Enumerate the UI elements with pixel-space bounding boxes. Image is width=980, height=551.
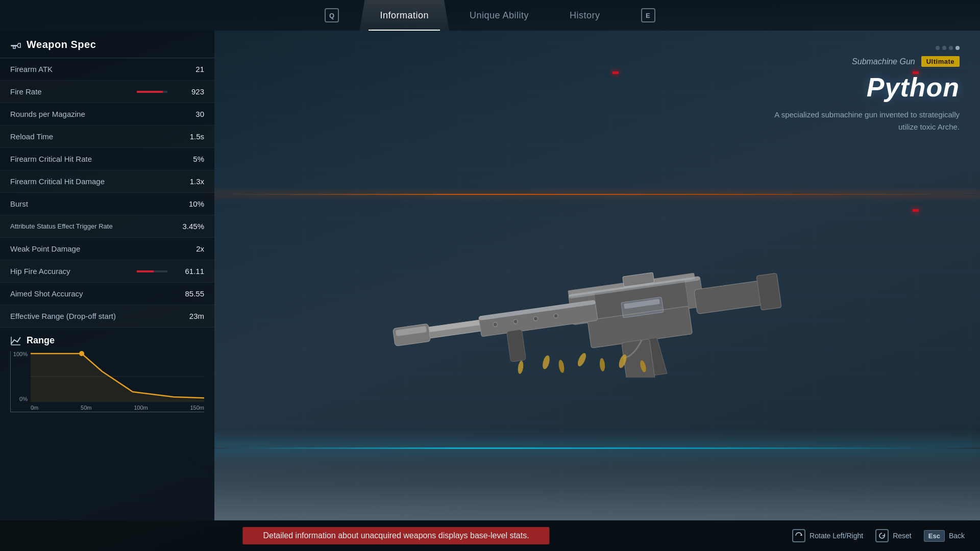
tab-unique-ability-label: Unique Ability xyxy=(470,10,529,21)
top-navigation: Q Information Unique Ability History E xyxy=(0,0,980,31)
stat-name-eff-range: Effective Range (Drop-off start) xyxy=(10,312,174,320)
hip-fire-bar-container xyxy=(137,270,167,272)
stat-row-crit-dmg: Firearm Critical Hit Damage 1.3x xyxy=(0,170,214,193)
stat-value-hip-fire: 61.11 xyxy=(174,267,204,276)
stat-name-rounds: Rounds per Magazine xyxy=(10,110,174,118)
deco-dot-3 xyxy=(949,46,953,50)
reset-control: Reset xyxy=(875,529,912,542)
rotate-label: Rotate Left/Right xyxy=(810,532,863,540)
stat-value-crit-dmg: 1.3x xyxy=(174,177,204,186)
rotate-control: Rotate Left/Right xyxy=(792,529,863,542)
range-x-labels: 0m 50m 100m 150m xyxy=(31,403,204,412)
stat-row-crit-rate: Firearm Critical Hit Rate 5% xyxy=(0,148,214,170)
stat-value-reload: 1.5s xyxy=(174,132,204,141)
range-y-label-100: 100% xyxy=(13,351,28,357)
reset-label: Reset xyxy=(893,532,912,540)
ultimate-badge: Ultimate xyxy=(921,56,960,67)
stat-row-fire-rate: Fire Rate 923 xyxy=(0,81,214,103)
svg-point-22 xyxy=(542,355,551,370)
tab-information-label: Information xyxy=(380,10,429,21)
stat-name-fire-rate: Fire Rate xyxy=(10,87,131,96)
deco-dot-active xyxy=(955,46,960,50)
stat-value-rounds: 30 xyxy=(174,110,204,118)
stat-value-crit-rate: 5% xyxy=(174,155,204,163)
hip-fire-bar xyxy=(137,270,154,272)
weapon-image xyxy=(368,184,827,388)
stat-name-weak-point: Weak Point Damage xyxy=(10,244,174,253)
range-icon xyxy=(10,335,21,346)
weapon-type-label: Submachine Gun xyxy=(852,57,915,66)
reset-icon xyxy=(875,529,889,542)
stat-value-fire-rate: 923 xyxy=(174,87,204,96)
range-y-label-0: 0% xyxy=(19,396,28,402)
range-y-labels: 100% 0% xyxy=(10,351,31,402)
stats-table: Firearm ATK 21 Fire Rate 923 Rounds per … xyxy=(0,58,214,328)
fire-rate-bar-container xyxy=(137,91,167,93)
tab-e-key: E xyxy=(621,0,676,31)
e-key-icon: E xyxy=(641,8,655,22)
svg-point-24 xyxy=(576,352,588,367)
deco-dot-1 xyxy=(936,46,940,50)
stat-name-crit-rate: Firearm Critical Hit Rate xyxy=(10,155,174,163)
stat-name-reload: Reload Time xyxy=(10,132,174,141)
stat-value-weak-point: 2x xyxy=(174,244,204,253)
svg-point-25 xyxy=(599,358,605,372)
stat-row-attr-trigger: Attribute Status Effect Trigger Rate 3.4… xyxy=(0,215,214,238)
tab-history-label: History xyxy=(570,10,600,21)
range-x-label-0m: 0m xyxy=(31,405,38,411)
stat-name-hip-fire: Hip Fire Accuracy xyxy=(10,267,131,276)
weapon-spec-header: Weapon Spec xyxy=(0,31,214,58)
back-label: Back xyxy=(949,532,965,540)
gun-icon xyxy=(10,39,21,51)
range-chart: 100% 0% 0m 50m 100m 150m xyxy=(10,351,204,412)
svg-point-28 xyxy=(517,360,524,374)
range-chart-svg xyxy=(31,351,204,402)
stat-row-firearm-atk: Firearm ATK 21 xyxy=(0,58,214,81)
esc-key: Esc xyxy=(924,530,945,542)
floor xyxy=(214,429,980,520)
bottom-message-text: Detailed information about unacquired we… xyxy=(263,531,529,540)
stat-name-attr-trigger: Attribute Status Effect Trigger Rate xyxy=(10,222,174,230)
range-x-label-150m: 150m xyxy=(190,405,204,411)
stat-row-burst: Burst 10% xyxy=(0,193,214,215)
stat-value-firearm-atk: 21 xyxy=(174,65,204,73)
stat-name-aimed-shot: Aimed Shot Accuracy xyxy=(10,289,174,298)
stat-row-hip-fire: Hip Fire Accuracy 61.11 xyxy=(0,260,214,283)
stat-value-attr-trigger: 3.45% xyxy=(174,222,204,231)
weapon-description: A specialized submachine gun invented to… xyxy=(755,109,960,133)
range-x-label-50m: 50m xyxy=(81,405,91,411)
stat-name-crit-dmg: Firearm Critical Hit Damage xyxy=(10,177,174,186)
stat-row-weak-point: Weak Point Damage 2x xyxy=(0,238,214,260)
svg-point-17 xyxy=(533,316,538,321)
fire-rate-bar xyxy=(137,91,163,93)
stat-row-aimed-shot: Aimed Shot Accuracy 85.55 xyxy=(0,283,214,305)
range-x-label-100m: 100m xyxy=(134,405,148,411)
range-section: Range 100% 0% 0m 50m 100m 15 xyxy=(0,328,214,422)
stat-name-firearm-atk: Firearm ATK xyxy=(10,65,174,73)
weapon-name: Python xyxy=(735,72,960,103)
svg-point-16 xyxy=(513,319,518,324)
stat-value-burst: 10% xyxy=(174,199,204,208)
left-panel: Weapon Spec Firearm ATK 21 Fire Rate 923… xyxy=(0,31,214,520)
tab-unique-ability[interactable]: Unique Ability xyxy=(449,0,549,31)
stat-value-aimed-shot: 85.55 xyxy=(174,289,204,298)
rotate-icon xyxy=(792,529,805,542)
svg-rect-21 xyxy=(506,330,526,362)
bottom-bar: Detailed information about unacquired we… xyxy=(0,520,980,551)
svg-point-23 xyxy=(558,359,565,373)
tab-q-key: Q xyxy=(304,0,359,31)
q-key-icon: Q xyxy=(325,8,339,22)
svg-marker-34 xyxy=(31,354,204,402)
tab-information[interactable]: Information xyxy=(359,0,449,31)
weapon-info-panel: Submachine Gun Ultimate Python A special… xyxy=(715,31,980,148)
bottom-controls: Rotate Left/Right Reset Esc Back xyxy=(792,529,980,542)
svg-point-15 xyxy=(493,322,498,327)
stat-row-rounds: Rounds per Magazine 30 xyxy=(0,103,214,126)
bottom-message-bg: Detailed information about unacquired we… xyxy=(242,527,549,544)
range-header: Range xyxy=(0,328,214,351)
tab-history[interactable]: History xyxy=(549,0,621,31)
stat-row-reload: Reload Time 1.5s xyxy=(0,126,214,148)
svg-rect-29 xyxy=(13,46,15,48)
stat-value-eff-range: 23m xyxy=(174,312,204,320)
back-control[interactable]: Esc Back xyxy=(924,530,965,542)
